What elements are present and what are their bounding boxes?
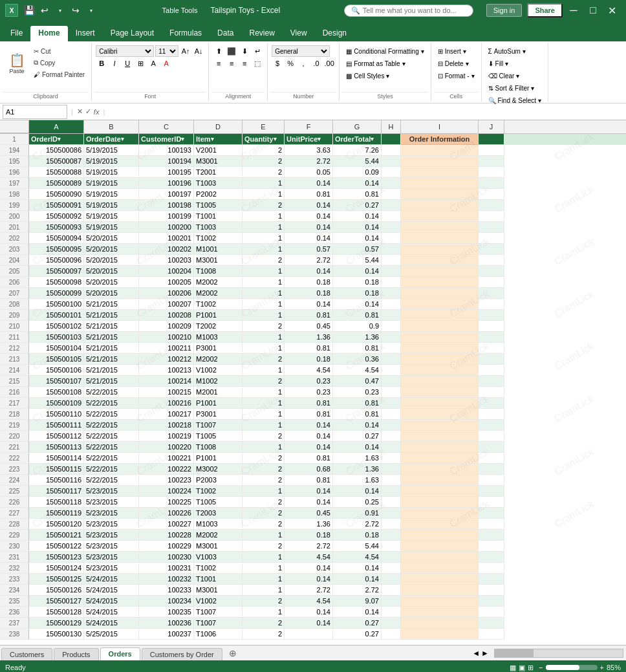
list-item[interactable]: 100206 <box>139 288 194 299</box>
bold-button[interactable]: B <box>96 58 107 69</box>
list-item[interactable] <box>401 596 479 607</box>
list-item[interactable]: T2003 <box>194 508 243 519</box>
tab-design[interactable]: Design <box>315 26 354 41</box>
save-button[interactable]: 💾 <box>22 3 36 17</box>
list-item[interactable]: 0.45 <box>285 508 333 519</box>
format-painter-button[interactable]: 🖌Format Painter <box>31 69 87 80</box>
list-item[interactable]: 0.18 <box>333 288 382 299</box>
list-item[interactable]: 0.09 <box>333 167 382 178</box>
list-item[interactable]: M2002 <box>194 354 243 365</box>
list-item[interactable]: 100230 <box>139 552 194 563</box>
list-item[interactable] <box>401 585 479 596</box>
list-item[interactable]: 0.23 <box>285 387 333 398</box>
list-item[interactable]: 5/20/2015 <box>84 266 139 277</box>
list-item[interactable] <box>479 310 504 321</box>
list-item[interactable]: 1 <box>243 442 285 453</box>
list-item[interactable]: 150500122 <box>29 541 84 552</box>
insert-button[interactable]: ⊞ Insert ▾ <box>435 45 477 57</box>
list-item[interactable]: 0.14 <box>285 497 333 508</box>
list-item[interactable]: 1 <box>243 233 285 244</box>
list-item[interactable]: 100217 <box>139 409 194 420</box>
list-item[interactable]: M2002 <box>194 277 243 288</box>
list-item[interactable]: 5/19/2015 <box>84 167 139 178</box>
page-break-button[interactable]: ⊞ <box>528 664 534 672</box>
list-item[interactable]: 0.18 <box>285 354 333 365</box>
list-item[interactable] <box>382 277 401 288</box>
list-item[interactable]: 150500126 <box>29 585 84 596</box>
list-item[interactable]: 5/21/2015 <box>84 299 139 310</box>
list-item[interactable]: 150500120 <box>29 519 84 530</box>
list-item[interactable]: 0.27 <box>333 200 382 211</box>
list-item[interactable]: 150500112 <box>29 431 84 442</box>
list-item[interactable]: 5/20/2015 <box>84 255 139 266</box>
list-item[interactable]: 2 <box>243 145 285 156</box>
list-item[interactable]: 5/19/2015 <box>84 200 139 211</box>
page-layout-button[interactable]: ▣ <box>519 664 525 672</box>
list-item[interactable] <box>401 398 479 409</box>
list-item[interactable] <box>382 585 401 596</box>
list-item[interactable]: 0.14 <box>333 211 382 222</box>
list-item[interactable]: 0.14 <box>285 431 333 442</box>
list-item[interactable] <box>479 211 504 222</box>
list-item[interactable]: 100236 <box>139 618 194 629</box>
list-item[interactable]: 100194 <box>139 156 194 167</box>
cell-a1[interactable]: OrderID ▾ <box>29 134 84 145</box>
sheet-tab-customers-by-order[interactable]: Customers by Order <box>142 648 222 660</box>
list-item[interactable]: 0.91 <box>333 508 382 519</box>
underline-button[interactable]: U <box>122 58 133 69</box>
list-item[interactable] <box>479 541 504 552</box>
font-size-select[interactable]: 11 <box>155 45 178 57</box>
list-item[interactable]: 150500124 <box>29 563 84 574</box>
list-item[interactable]: 0.14 <box>333 233 382 244</box>
list-item[interactable]: 5/22/2015 <box>84 464 139 475</box>
list-item[interactable]: 100215 <box>139 387 194 398</box>
list-item[interactable] <box>382 398 401 409</box>
list-item[interactable] <box>401 343 479 354</box>
list-item[interactable]: M2002 <box>194 530 243 541</box>
list-item[interactable] <box>479 156 504 167</box>
list-item[interactable]: 2 <box>243 431 285 442</box>
list-item[interactable]: 150500127 <box>29 596 84 607</box>
list-item[interactable]: 150500103 <box>29 332 84 343</box>
list-item[interactable]: 0.27 <box>333 618 382 629</box>
list-item[interactable] <box>382 288 401 299</box>
list-item[interactable]: 1 <box>243 585 285 596</box>
list-item[interactable] <box>382 574 401 585</box>
list-item[interactable] <box>382 431 401 442</box>
list-item[interactable]: 2 <box>243 618 285 629</box>
list-item[interactable] <box>479 222 504 233</box>
list-item[interactable] <box>382 552 401 563</box>
list-item[interactable] <box>479 189 504 200</box>
cell-styles-button[interactable]: ▩ Cell Styles ▾ <box>343 70 427 81</box>
list-item[interactable]: 2 <box>243 519 285 530</box>
list-item[interactable]: 0.27 <box>333 629 382 640</box>
list-item[interactable]: 1 <box>243 398 285 409</box>
delete-dropdown[interactable]: ▾ <box>466 60 469 67</box>
undo-dropdown[interactable]: ▾ <box>53 3 67 17</box>
inc-decimal-button[interactable]: .0 <box>310 58 322 69</box>
cell-g1[interactable]: OrderTotal ▾ <box>333 134 382 145</box>
list-item[interactable] <box>401 618 479 629</box>
list-item[interactable]: 100209 <box>139 321 194 332</box>
list-item[interactable]: 7.26 <box>333 145 382 156</box>
list-item[interactable] <box>382 354 401 365</box>
list-item[interactable]: 0.9 <box>333 321 382 332</box>
list-item[interactable] <box>382 563 401 574</box>
list-item[interactable]: 4.54 <box>285 596 333 607</box>
list-item[interactable] <box>479 475 504 486</box>
list-item[interactable]: 0.14 <box>285 178 333 189</box>
list-item[interactable] <box>382 266 401 277</box>
list-item[interactable]: 0.14 <box>333 442 382 453</box>
list-item[interactable]: 0.14 <box>285 420 333 431</box>
list-item[interactable]: 5/22/2015 <box>84 453 139 464</box>
list-item[interactable]: 1.36 <box>333 332 382 343</box>
list-item[interactable] <box>401 574 479 585</box>
sheet-tab-orders[interactable]: Orders <box>100 647 140 660</box>
comma-button[interactable]: , <box>297 58 309 69</box>
list-item[interactable]: 5/20/2015 <box>84 277 139 288</box>
list-item[interactable]: 100220 <box>139 442 194 453</box>
list-item[interactable] <box>382 618 401 629</box>
list-item[interactable]: 2 <box>243 255 285 266</box>
list-item[interactable]: 5/19/2015 <box>84 145 139 156</box>
list-item[interactable] <box>479 519 504 530</box>
